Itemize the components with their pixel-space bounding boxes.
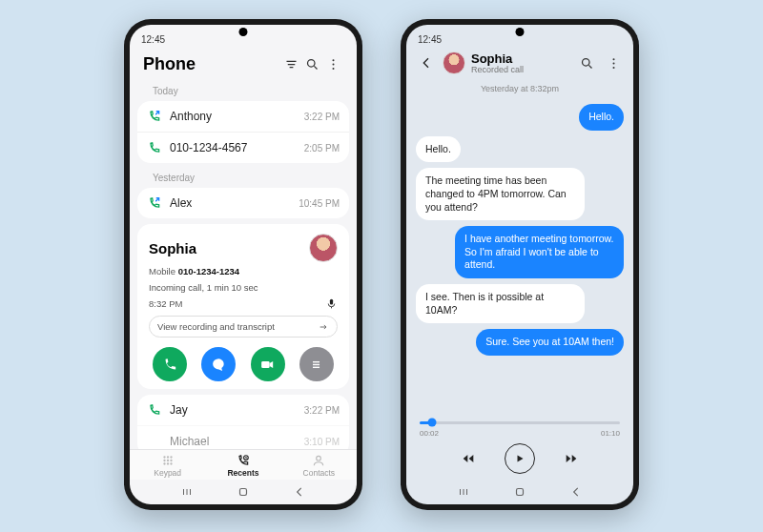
svg-point-22: [166, 462, 168, 464]
message-sent[interactable]: Sure. See you at 10AM then!: [476, 329, 624, 356]
svg-point-33: [612, 62, 614, 64]
play-button[interactable]: [505, 443, 535, 474]
arrow-right-icon: [318, 322, 329, 332]
call-row-number[interactable]: 010-1234-4567 2:05 PM: [137, 132, 349, 163]
tab-keypad[interactable]: Keypad: [130, 454, 205, 478]
day-stamp: Yesterday at 8:32pm: [416, 84, 624, 93]
recent-apps-icon[interactable]: [454, 485, 473, 499]
audio-player: 00:02 01:10: [406, 412, 633, 480]
call-name: 010-1234-4567: [170, 141, 304, 154]
camera-cutout: [516, 28, 525, 36]
home-icon[interactable]: [510, 485, 529, 499]
svg-point-16: [166, 456, 168, 458]
section-yesterday: Yesterday: [137, 169, 349, 186]
svg-point-19: [166, 460, 168, 461]
svg-rect-29: [239, 489, 246, 496]
more-icon[interactable]: [603, 52, 624, 73]
message-received[interactable]: The meeting time has been changed to 4PM…: [416, 168, 585, 220]
phone-left: 12:45 Phone Today Anthony: [124, 19, 362, 510]
chat-contact-name: Sophia: [471, 52, 570, 65]
back-icon[interactable]: [416, 52, 437, 73]
svg-rect-8: [330, 299, 333, 305]
video-call-button[interactable]: [251, 347, 285, 381]
call-button[interactable]: [153, 347, 187, 381]
svg-point-23: [170, 462, 172, 464]
filter-icon[interactable]: [280, 53, 301, 74]
info-button[interactable]: [299, 347, 334, 381]
back-icon[interactable]: [567, 485, 586, 499]
back-icon[interactable]: [290, 485, 309, 499]
status-time: 12:45: [418, 34, 442, 45]
tab-label: Contacts: [303, 468, 336, 478]
avatar[interactable]: [309, 234, 338, 262]
bottom-nav: Keypad Recents Contacts: [130, 449, 357, 480]
outgoing-call-icon: [147, 140, 162, 155]
home-icon[interactable]: [234, 485, 253, 499]
svg-point-3: [307, 59, 315, 67]
svg-rect-11: [261, 361, 270, 368]
time-total: 01:10: [601, 429, 620, 438]
call-row-michael[interactable]: Michael 3:10 PM: [137, 425, 349, 449]
detail-number: Mobile 010-1234-1234: [149, 266, 325, 278]
message-button[interactable]: [201, 347, 236, 381]
outgoing-call-icon: [147, 195, 162, 211]
call-row-anthony[interactable]: Anthony 3:22 PM: [137, 101, 349, 132]
call-time: 10:45 PM: [299, 198, 340, 209]
call-time: 2:05 PM: [304, 143, 340, 153]
tab-label: Recents: [227, 468, 258, 478]
svg-rect-38: [516, 489, 523, 496]
outgoing-call-icon: [147, 109, 162, 124]
app-title: Phone: [143, 54, 280, 74]
message-received[interactable]: Hello.: [416, 136, 461, 163]
message-list[interactable]: Yesterday at 8:32pm Hello. Hello. The me…: [406, 80, 633, 412]
status-time: 12:45: [141, 34, 165, 45]
search-icon[interactable]: [576, 52, 597, 73]
svg-line-4: [314, 66, 317, 69]
recents-list[interactable]: Today Anthony 3:22 PM 010-1234-4567 2:05…: [130, 82, 357, 449]
tab-contacts[interactable]: Contacts: [281, 454, 357, 478]
svg-point-25: [317, 456, 321, 460]
detail-name: Sophia: [149, 240, 309, 256]
svg-point-30: [582, 58, 589, 66]
chat-header: Sophia Recorded call: [406, 48, 633, 80]
message-sent[interactable]: Hello.: [579, 104, 624, 131]
detail-duration: Incoming call, 1 min 10 sec: [149, 282, 325, 295]
svg-point-6: [332, 63, 334, 65]
svg-point-32: [612, 58, 614, 60]
time-current: 00:02: [420, 429, 439, 438]
call-time: 3:10 PM: [304, 437, 340, 447]
android-navbar: [406, 480, 633, 504]
view-transcript-button[interactable]: View recording and transcript: [149, 316, 338, 338]
svg-point-7: [332, 67, 334, 69]
svg-line-31: [588, 65, 591, 68]
call-row-jay[interactable]: Jay 3:22 PM: [137, 395, 349, 425]
search-icon[interactable]: [301, 53, 322, 74]
more-icon[interactable]: [322, 53, 343, 74]
svg-point-15: [163, 456, 165, 458]
message-received[interactable]: I see. Then is it possible at 10AM?: [416, 284, 585, 323]
svg-point-18: [163, 460, 165, 461]
transcript-label: View recording and transcript: [157, 321, 318, 332]
svg-point-20: [170, 460, 172, 461]
seek-bar[interactable]: [420, 418, 620, 427]
microphone-icon: [325, 297, 338, 310]
outgoing-call-icon: [147, 402, 162, 418]
tab-recents[interactable]: Recents: [205, 454, 280, 478]
call-name: Jay: [170, 403, 304, 417]
recent-apps-icon[interactable]: [177, 485, 196, 499]
forward-button[interactable]: [562, 451, 581, 466]
section-today: Today: [137, 82, 349, 99]
phone-right: 12:45 Sophia Recorded call Yesterday at …: [401, 19, 639, 510]
call-time: 3:22 PM: [304, 112, 340, 122]
chat-subtitle: Recorded call: [471, 65, 570, 74]
rewind-button[interactable]: [459, 451, 478, 466]
call-row-alex[interactable]: Alex 10:45 PM: [137, 188, 349, 218]
camera-cutout: [239, 28, 248, 36]
svg-point-34: [612, 66, 614, 68]
call-detail-card[interactable]: Sophia Mobile 010-1234-1234 Incoming cal…: [137, 224, 349, 389]
message-sent[interactable]: I have another meeting tomorrow. So I'm …: [455, 226, 624, 278]
call-name: Michael: [170, 435, 304, 448]
android-navbar: [130, 480, 357, 504]
detail-time: 8:32 PM: [149, 298, 325, 311]
avatar[interactable]: [443, 51, 465, 74]
